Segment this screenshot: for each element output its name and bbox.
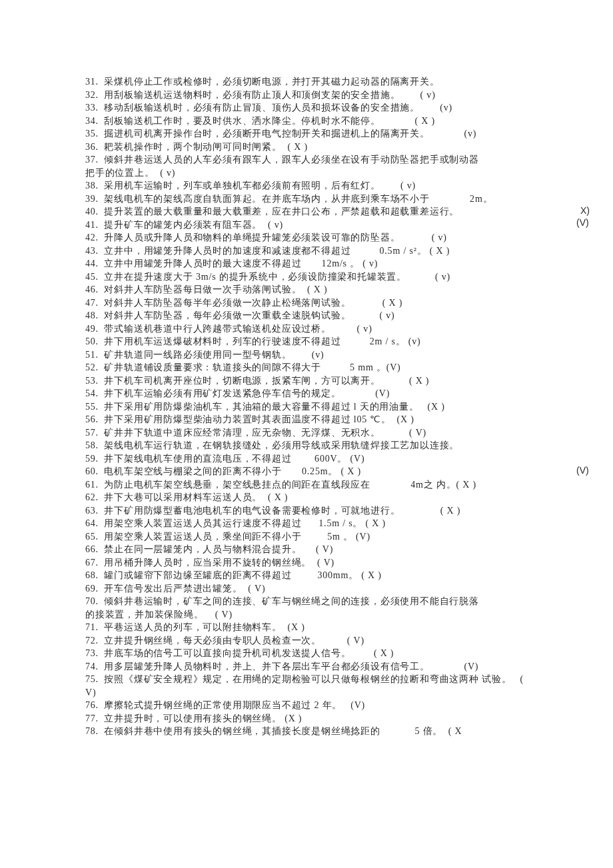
text-line: 34. 刮板输送机工作时，要及时供水、洒水降尘。停机时水不能停。 ( X ) [85, 115, 585, 128]
text-line: 42. 升降人员或升降人员和物料的单绳提升罐笼必须装设可靠的防坠器。 ( v) [85, 231, 585, 244]
text-line: 66. 禁止在同一层罐笼内，人员与物料混合提升。 ( V) [85, 543, 585, 556]
text-line: 78. 在倾斜井巷中使用有接头的钢丝绳，其插接长度是钢丝绳捻距的 5 倍。 ( … [85, 725, 585, 738]
text-line: 50. 井下用机车运送爆破材料时，列车的行驶速度不得超过 2m / s。 (v) [85, 335, 585, 348]
text-line: 56. 井下采用矿用防爆型柴油动力装置时其表面温度不得超过 l05 ℃。 (X … [85, 413, 585, 426]
text-line: 38. 采用机车运输时，列车或单独机车都必须前有照明，后有红灯。 ( v) [85, 179, 585, 193]
text-line: 31. 采煤机停止工作或检修时，必须切断电源，并打开其磁力起动器的隔离开关。 [85, 75, 585, 89]
text-line: 55. 井下采用矿用防爆柴油机车，其油箱的最大容量不得超过 l 天的用油量。 (… [85, 400, 585, 414]
text-line: 51. 矿井轨道同一线路必须使用同一型号钢轨。 (v) [85, 348, 585, 362]
answer-mark: (V) [576, 465, 589, 476]
text-line: 58. 架线电机车运行轨道，在钢轨接缝处，必须用导线或采用轨缝焊接工艺加以连接。 [85, 439, 585, 452]
text-line: 47. 对斜井人车防坠器每半年必须做一次静止松绳落闸试验。 ( X ) [85, 296, 585, 310]
text-line: 75. 按照《煤矿安全规程》规定，在用绳的定期检验可以只做每根钢丝的拉断和弯曲这… [85, 673, 585, 686]
text-line: 61. 为防止电机车架空线悬垂，架空线悬挂点的间距在直线段应在 4m之 内。( … [85, 478, 585, 492]
text-line: 32. 用刮板输送机运送物料时，必须有防止顶人和顶倒支架的安全措施。 ( v) [85, 89, 585, 102]
text-line: 69. 开车信号发出后严禁进出罐笼。 ( V) [85, 582, 585, 596]
text-line: 57. 矿井井下轨道中道床应经常清理，应无杂物、无浮煤、无积水。 ( V) [85, 426, 585, 440]
text-line: 74. 用多层罐笼升降人员物料时，并上、并下各层出车平台都必须设有信号工。 (V… [85, 660, 585, 673]
text-line: 40. 提升装置的最大载重量和最大载重差，应在井口公布，严禁超载和超载重差运行。 [85, 205, 585, 218]
text-line: 53. 井下机车司机离开座位时，切断电源，扳紧车闸，方可以离开。 ( X ) [85, 374, 585, 388]
text-line: 72. 立井提升钢丝绳，每天必须由专职人员检查一次。 ( V) [85, 634, 585, 648]
text-line: 41. 提升矿车的罐笼内必须装有阻车器。 ( v) [85, 218, 585, 232]
text-line: 63. 井下矿用防爆型蓄电池电机车的电气设备需要检修时，可就地进行。 ( X ) [85, 504, 585, 518]
answer-mark: (V) [576, 217, 589, 228]
text-line: 54. 井下机车运输必须有用矿灯发送紧急停车信号的规定。 (V) [85, 387, 585, 400]
text-line: 48. 对斜井人车防坠器，每年必须做一次重载全速脱钩试验。 ( v) [85, 309, 585, 322]
text-line: 43. 立井中，用罐笼升降人员时的加速度和减速度都不得超过 0.5m / s²。… [85, 244, 585, 258]
text-line: 65. 用架空乘人装置运送人员，乘坐间距不得小于 5m 。 (V) [85, 530, 585, 544]
text-line: 59. 井下架线电机车使用的直流电压，不得超过 600V。 (V) [85, 452, 585, 466]
text-line: 64. 用架空乘人装置运送人员其运行速度不得超过 1.5m / s。 ( X ) [85, 517, 585, 530]
text-line: 35. 掘进机司机离开操作台时，必须断开电气控制开关和掘进机上的隔离开关。 (v… [85, 127, 585, 141]
text-line: 70. 倾斜井巷运输时，矿车之间的连接、矿车与钢丝绳之间的连接，必须使用不能自行… [85, 595, 585, 608]
answer-mark: X) [580, 205, 590, 216]
text-line: 73. 井底车场的信号工可以直接向提升机司机发送提人信号。 ( X ) [85, 647, 585, 660]
text-line: 52. 矿井轨道铺设质量要求：轨道接头的间隙不得大于 5 mm 。(V) [85, 361, 585, 374]
text-line: 45. 立井在提升速度大于 3m/s 的提升系统中，必须设防撞梁和托罐装置。 (… [85, 270, 585, 284]
text-line: 36. 耙装机操作时，两个制动闸可同时闸紧。 ( X ) [85, 141, 585, 154]
text-line: 67. 用吊桶升降人员时，应当采用不旋转的钢丝绳。 ( V) [85, 556, 585, 570]
text-line: 37. 倾斜井巷运送人员的人车必须有跟车人，跟车人必须坐在设有手动防坠器把手或制… [85, 153, 585, 167]
text-line: V) [85, 686, 585, 699]
text-line: 76. 摩擦轮式提升钢丝绳的正常使用期限应当不超过 2 年。 (V) [85, 699, 585, 712]
text-line: 33. 移动刮板输送机时，必须有防止冒顶、顶伤人员和损坏设备的安全措施。 (v) [85, 101, 585, 115]
text-line: 44. 立井中用罐笼升降人员时的最大速度不得超过 12m/s 。 ( v) [85, 257, 585, 270]
text-line: 68. 罐门或罐帘下部边缘至罐底的距离不得超过 300mm。 ( X ) [85, 569, 585, 582]
text-line: 46. 对斜井人车防坠器每日做一次手动落闸试验。 ( X ) [85, 283, 585, 296]
text-line: 把手的位置上。 ( v) [85, 167, 585, 180]
text-line: 62. 井下大巷可以采用材料车运送人员。 ( X ) [85, 491, 585, 504]
text-line: 77. 立井提升时，可以使用有接头的钢丝绳。 (X ) [85, 712, 585, 725]
text-line: 的接装置，并加装保险绳。 ( V) [85, 608, 585, 622]
text-line: 39. 架线电机车的架线高度自轨面算起。在并底车场内，从井底到乘车场不小于 2m… [85, 193, 585, 206]
text-line: 49. 带式输送机巷道中行人跨越带式输送机处应设过桥。 ( v) [85, 322, 585, 336]
text-line: 71. 平巷运送人员的列车，可以附挂物料车。 (X ) [85, 621, 585, 634]
text-line: 60. 电机车架空线与棚梁之间的距离不得小于 0.25m。 ( X ) [85, 465, 585, 478]
